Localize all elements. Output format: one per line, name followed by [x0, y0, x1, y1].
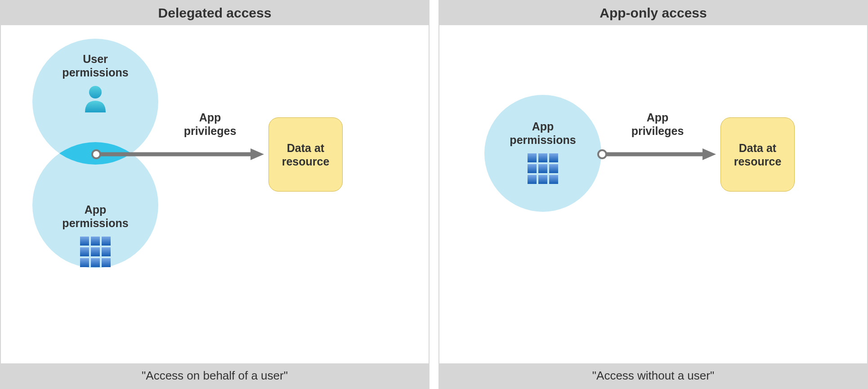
svg-rect-21	[538, 164, 547, 173]
app-permissions-circle-left: App permissions	[32, 203, 158, 269]
svg-marker-15	[251, 148, 264, 160]
svg-rect-25	[549, 175, 558, 184]
user-perm-label-2: permissions	[62, 66, 128, 79]
svg-rect-11	[80, 258, 89, 267]
svg-rect-8	[80, 247, 89, 256]
svg-point-28	[598, 150, 606, 158]
panel-title-right: App-only access	[439, 1, 867, 25]
app-grid-icon	[80, 237, 111, 269]
panel-footer-left: "Access on behalf of a user"	[1, 363, 429, 388]
svg-rect-24	[538, 175, 547, 184]
app-permissions-content-right: App permissions	[484, 120, 601, 186]
svg-rect-5	[80, 237, 89, 246]
svg-rect-17	[528, 153, 537, 162]
svg-rect-7	[102, 237, 111, 246]
svg-rect-22	[549, 164, 558, 173]
svg-rect-18	[538, 153, 547, 162]
svg-point-4	[89, 86, 102, 98]
app-perm-right-label-1: App	[532, 120, 554, 133]
svg-rect-13	[102, 258, 111, 267]
app-perm-right-label-2: permissions	[510, 134, 576, 146]
svg-rect-12	[91, 258, 100, 267]
app-perm-label-2: permissions	[62, 217, 128, 229]
panel-body-right: App permissions	[439, 25, 867, 363]
app-grid-icon	[528, 153, 558, 186]
arrow-icon	[597, 148, 718, 161]
data-resource-box-right: Data at resource	[720, 117, 795, 192]
panel-footer-right: "Access without a user"	[439, 363, 867, 388]
arrow-label-left: App privileges	[174, 111, 246, 138]
app-only-access-panel: App-only access App permissions	[438, 0, 868, 389]
svg-rect-19	[549, 153, 558, 162]
user-permissions-circle: User permissions	[32, 52, 158, 114]
user-icon	[82, 85, 108, 114]
svg-rect-6	[91, 237, 100, 246]
svg-rect-23	[528, 175, 537, 184]
panel-title-left: Delegated access	[1, 1, 429, 25]
user-perm-label-1: User	[83, 53, 108, 65]
svg-point-16	[92, 150, 100, 158]
arrow-icon	[91, 148, 266, 161]
svg-rect-20	[528, 164, 537, 173]
data-resource-box-left: Data at resource	[268, 117, 343, 192]
arrow-label-right: App privileges	[622, 111, 694, 138]
svg-rect-9	[91, 247, 100, 256]
delegated-access-panel: Delegated access User permissions	[0, 0, 430, 389]
panel-body-left: User permissions App	[1, 25, 429, 363]
svg-marker-27	[702, 148, 716, 160]
svg-rect-10	[102, 247, 111, 256]
app-perm-label-1: App	[85, 203, 107, 216]
